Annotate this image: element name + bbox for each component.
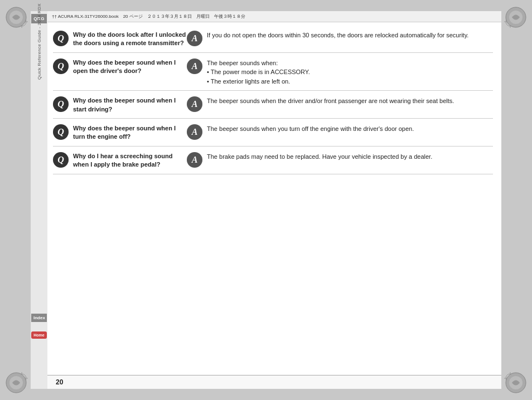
a-section-2: A The beeper sounds when: The power mode… xyxy=(187,57,493,86)
q-text-4: Why does the beeper sound when I turn th… xyxy=(73,123,187,142)
q-text-2: Why does the beeper sound when I open th… xyxy=(73,57,187,76)
a-text-5: The brake pads may need to be replaced. … xyxy=(207,151,432,162)
q-section-5: Q Why do I hear a screeching sound when … xyxy=(53,151,187,169)
qa-item-5: Q Why do I hear a screeching sound when … xyxy=(53,147,493,174)
q-section-4: Q Why does the beeper sound when I turn … xyxy=(53,123,187,142)
home-tab[interactable]: Home xyxy=(31,331,47,339)
page-footer: 20 xyxy=(47,375,501,389)
header-text: †† ACURA RLX-31TY26000.book 20 ページ ２０１３年… xyxy=(52,13,245,19)
q-icon-1: Q xyxy=(53,31,69,46)
a-text-3: The beeper sounds when the driver and/or… xyxy=(207,95,454,106)
bottom-right-circle xyxy=(504,371,528,394)
content-body: Q Why do the doors lock after I unlocked… xyxy=(47,22,501,375)
a-bullet-2-1: The power mode is in ACCESSORY. xyxy=(207,67,310,77)
qa-item-3: Q Why does the beeper sound when I start… xyxy=(53,91,493,119)
guide-label: Quick Reference Guide - 2014 RDX xyxy=(37,3,42,80)
a-bullet-2-2: The exterior lights are left on. xyxy=(207,77,310,86)
a-icon-2: A xyxy=(187,58,202,74)
a-text-2: The beeper sounds when: The power mode i… xyxy=(207,57,310,86)
q-text-1: Why do the doors lock after I unlocked t… xyxy=(73,30,187,48)
a-icon-5: A xyxy=(187,152,202,168)
a-icon-4: A xyxy=(187,124,202,140)
top-left-circle xyxy=(4,6,28,29)
sidebar: QRG Quick Reference Guide - 2014 RDX Ind… xyxy=(31,11,47,389)
q-icon-4: Q xyxy=(53,124,69,140)
a-intro-2: The beeper sounds when: xyxy=(207,60,278,66)
q-section-2: Q Why does the beeper sound when I open … xyxy=(53,57,187,76)
q-icon-2: Q xyxy=(53,58,69,74)
q-icon-5: Q xyxy=(53,152,69,168)
a-section-4: A The beeper sounds when you turn off th… xyxy=(187,123,493,140)
q-section-3: Q Why does the beeper sound when I start… xyxy=(53,95,187,114)
header-line: †† ACURA RLX-31TY26000.book 20 ページ ２０１３年… xyxy=(47,11,501,22)
top-right-circle xyxy=(504,6,528,29)
a-text-4: The beeper sounds when you turn off the … xyxy=(207,123,414,134)
a-section-5: A The brake pads may need to be replaced… xyxy=(187,151,493,168)
a-section-3: A The beeper sounds when the driver and/… xyxy=(187,95,493,112)
a-text-1: If you do not open the doors within 30 s… xyxy=(207,30,468,40)
index-tab[interactable]: Index xyxy=(31,314,47,322)
page-area: QRG Quick Reference Guide - 2014 RDX Ind… xyxy=(31,11,501,389)
q-text-3: Why does the beeper sound when I start d… xyxy=(73,95,187,114)
q-text-5: Why do I hear a screeching sound when I … xyxy=(73,151,187,169)
a-bullets-2: The power mode is in ACCESSORY. The exte… xyxy=(207,67,310,86)
bottom-left-circle xyxy=(4,371,28,394)
a-icon-1: A xyxy=(187,31,202,46)
q-section-1: Q Why do the doors lock after I unlocked… xyxy=(53,30,187,48)
q-icon-3: Q xyxy=(53,96,69,112)
a-icon-3: A xyxy=(187,96,202,112)
main-content: †† ACURA RLX-31TY26000.book 20 ページ ２０１３年… xyxy=(47,11,501,389)
page-number: 20 xyxy=(56,378,63,386)
a-section-1: A If you do not open the doors within 30… xyxy=(187,30,493,46)
qa-item-1: Q Why do the doors lock after I unlocked… xyxy=(53,25,493,53)
qa-item-2: Q Why does the beeper sound when I open … xyxy=(53,53,493,91)
qa-item-4: Q Why does the beeper sound when I turn … xyxy=(53,119,493,147)
